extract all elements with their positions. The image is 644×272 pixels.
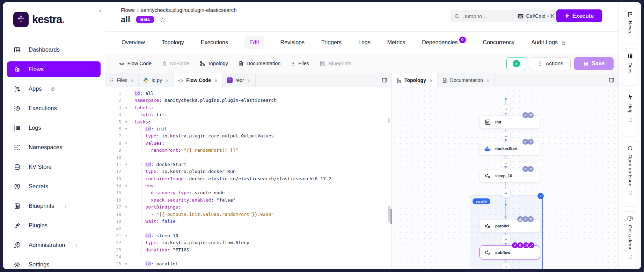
sidebar-item-administration[interactable]: Administration› [7, 237, 101, 253]
tab-label: io.py [152, 77, 162, 83]
tab-metrics[interactable]: Metrics [387, 36, 406, 49]
execute-button[interactable]: Execute [556, 9, 602, 22]
chevron-right-icon: › [76, 242, 78, 248]
code-editor[interactable]: 1id: all2namespace: sanitychecks.plugins… [105, 87, 391, 269]
close-icon[interactable]: × [430, 77, 433, 83]
close-icon[interactable]: × [214, 77, 218, 83]
tab-edit[interactable]: Edit [244, 36, 264, 49]
sidebar-item-secrets[interactable]: Secrets [7, 179, 101, 194]
line-number: 13 [105, 175, 123, 182]
actions-button[interactable]: ⋮ Actions [530, 57, 571, 70]
fold-icon[interactable]: ∨ [123, 182, 130, 189]
tab-revisions[interactable]: Revisions [280, 36, 305, 49]
indent-guide [136, 168, 136, 175]
slack-icon [627, 95, 633, 100]
sidebar-item-kv-store[interactable]: KV Store [7, 159, 101, 175]
sidebar-item-logs[interactable]: Logs [7, 120, 101, 136]
tab-label: Flow Code [186, 77, 211, 83]
tab-triggers[interactable]: Triggers [321, 36, 342, 49]
sidebar-item-blueprints[interactable]: Blueprints› [7, 198, 101, 214]
editor-tab-io-py[interactable]: io.py× [139, 73, 173, 87]
close-icon[interactable]: × [131, 77, 134, 83]
topology-canvas[interactable]: ++++++parallelinitdockerStartsleep_10par… [392, 87, 619, 269]
tab-dependencies[interactable]: Dependencies0 [421, 36, 467, 49]
tab-concurrency[interactable]: Concurrency [482, 36, 515, 49]
fold-icon[interactable]: ∨ [123, 260, 130, 267]
kestra-wordmark: kestra. [32, 13, 65, 26]
sidebar-item-settings[interactable]: Settings [7, 257, 101, 269]
fold-icon[interactable]: ∨ [123, 126, 130, 133]
tab-topology[interactable]: Topology [161, 36, 185, 49]
editor-tab-files[interactable]: Files× [105, 73, 139, 87]
fold-icon[interactable]: ∨ [123, 232, 130, 239]
code-text: toto: titi [130, 111, 391, 118]
sidebar-item-dashboards[interactable]: Dashboards [7, 42, 101, 58]
close-icon[interactable]: × [486, 77, 490, 83]
indent-guide [136, 154, 136, 161]
jump-to-search[interactable]: Ctrl/Cmd + K [450, 10, 559, 22]
code-text: discovery.type: single-node [130, 189, 391, 196]
tab-audit-logs[interactable]: Audit Logs [530, 36, 567, 49]
toolbar-topology[interactable]: Topology [200, 61, 228, 66]
toolbar-flow-code[interactable]: <>Flow Code [119, 61, 152, 66]
add-task-button[interactable]: + [502, 262, 511, 269]
search-input[interactable] [463, 13, 506, 20]
editor-tab-reqr[interactable]: reqr× [222, 73, 256, 87]
fold-icon[interactable]: ∨ [123, 140, 130, 147]
fold-icon[interactable]: ∨ [123, 119, 130, 126]
task-node-label: subflow [495, 250, 510, 255]
close-icon[interactable]: × [166, 77, 169, 83]
toolbar-files[interactable]: Files [291, 61, 309, 66]
sidebar-item-apps[interactable]: Apps [7, 81, 101, 97]
trash-badge[interactable] [528, 216, 534, 222]
tab-executions[interactable]: Executions [200, 36, 229, 49]
rail-item-open-an-issue[interactable]: Open an Issue [622, 141, 638, 207]
sidebar-item-executions[interactable]: Executions [7, 100, 101, 116]
topology-tab-topology[interactable]: Topology× [392, 73, 438, 87]
edge-arrow-icon [504, 139, 507, 141]
code-line: 20 [105, 225, 391, 232]
kestra-logo[interactable]: kestra. [3, 2, 105, 27]
toolbar-blueprints[interactable]: Blueprints [320, 60, 351, 67]
tab-logs[interactable]: Logs [358, 36, 371, 49]
sidebar-item-flows[interactable]: Flows [7, 61, 101, 77]
split-panel-icon[interactable] [382, 77, 387, 83]
tab-overview[interactable]: Overview [121, 36, 146, 49]
breadcrumb-flows[interactable]: Flows [121, 7, 134, 13]
code-line: 19 wait: false [105, 218, 391, 225]
cluster-collapse-button[interactable] [537, 193, 544, 199]
validation-status-button[interactable] [506, 57, 526, 70]
toolbar-no-code[interactable]: No-code [162, 61, 189, 66]
trash-badge[interactable] [528, 112, 534, 118]
panel-resize-handle[interactable] [390, 209, 393, 224]
indent-guide [136, 239, 136, 246]
add-task-button[interactable]: + [502, 189, 511, 198]
sidebar-item-plugins[interactable]: Plugins [7, 218, 101, 233]
close-icon[interactable]: × [248, 77, 251, 83]
add-task-button[interactable]: + [502, 158, 511, 167]
save-button[interactable]: Save [574, 57, 614, 70]
fold-icon[interactable]: ∨ [123, 161, 130, 168]
split-panel-icon[interactable] [609, 77, 614, 83]
indent-guide [141, 182, 142, 189]
rail-item-news[interactable]: News [622, 7, 638, 44]
editor-tab-flow-code[interactable]: <>Flow Code× [174, 73, 222, 87]
fold-icon[interactable]: ∨ [123, 204, 130, 211]
rail-item-get-a-demo[interactable]: Get a demo [622, 211, 638, 269]
toolbar-documentation[interactable]: Documentation [239, 61, 281, 66]
trash-badge[interactable] [517, 242, 523, 248]
yaml-token: : init [151, 126, 167, 131]
trash-badge[interactable] [528, 139, 534, 145]
sidebar-item-namespaces[interactable]: Namespaces [7, 139, 101, 155]
topology-tab-documentation[interactable]: Documentation× [438, 73, 495, 87]
sidebar-collapse-button[interactable]: ‹ [99, 7, 101, 14]
rail-item-docs[interactable]: Docs [622, 48, 638, 85]
rail-item-help[interactable]: Help [622, 90, 638, 136]
expand-badge[interactable] [528, 242, 534, 248]
trash-badge[interactable] [528, 166, 534, 172]
breadcrumb-namespace[interactable]: sanitychecks.plugins.plugin-elasticsearc… [141, 7, 236, 13]
favorite-star-icon[interactable]: ☆ [160, 16, 166, 24]
add-task-button[interactable]: + [502, 104, 511, 113]
edge-arrow-icon [504, 166, 507, 168]
fold-icon[interactable]: ∨ [123, 104, 130, 111]
